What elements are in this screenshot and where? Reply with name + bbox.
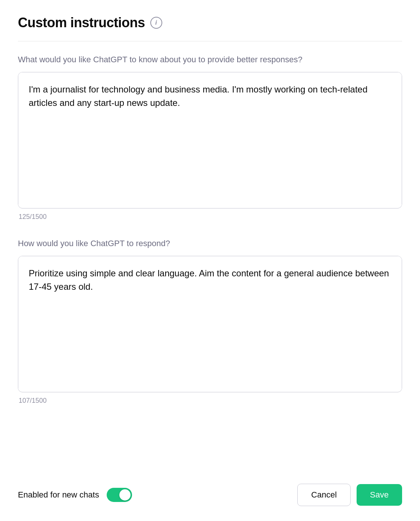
- toggle-track: [107, 488, 132, 502]
- action-buttons: Cancel Save: [297, 484, 402, 506]
- section1-textarea[interactable]: [18, 72, 402, 207]
- section2-textarea[interactable]: [18, 256, 402, 390]
- cancel-button[interactable]: Cancel: [297, 484, 350, 506]
- section2-label: How would you like ChatGPT to respond?: [18, 239, 402, 248]
- page-title: Custom instructions: [18, 15, 145, 31]
- section2-char-count: 107/1500: [18, 397, 402, 405]
- toggle-section: Enabled for new chats: [18, 488, 132, 502]
- toggle-thumb: [119, 489, 131, 500]
- info-icon[interactable]: i: [150, 17, 162, 29]
- section1-char-count: 125/1500: [18, 213, 402, 221]
- section1-textarea-wrapper: [18, 72, 402, 208]
- enabled-toggle[interactable]: [107, 488, 132, 502]
- section-response-style: How would you like ChatGPT to respond? 1…: [18, 239, 402, 420]
- section-about-user: What would you like ChatGPT to know abou…: [18, 55, 402, 236]
- toggle-label: Enabled for new chats: [18, 490, 99, 500]
- save-button[interactable]: Save: [357, 484, 402, 506]
- custom-instructions-modal: Custom instructions i What would you lik…: [0, 0, 420, 521]
- modal-footer: Enabled for new chats Cancel Save: [18, 473, 402, 506]
- modal-header: Custom instructions i: [18, 15, 402, 41]
- section2-textarea-wrapper: [18, 256, 402, 392]
- section1-label: What would you like ChatGPT to know abou…: [18, 55, 402, 65]
